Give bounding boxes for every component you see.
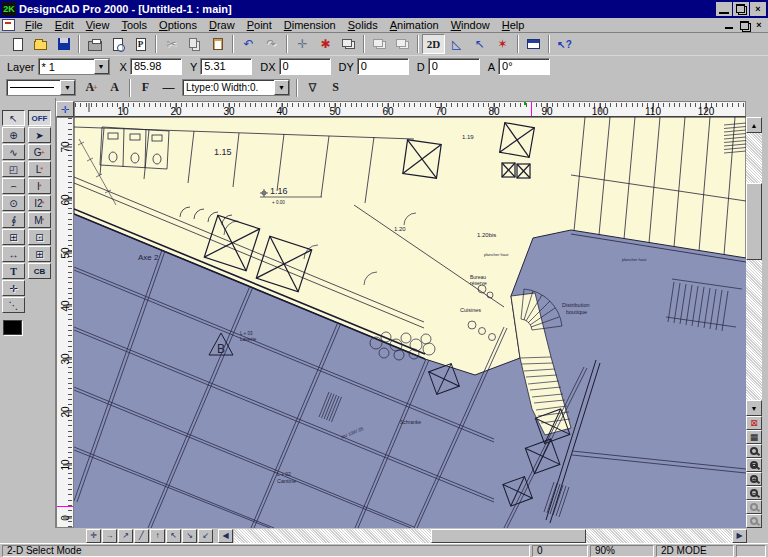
undo-button[interactable]: ↶ bbox=[237, 34, 260, 54]
menu-solids[interactable]: Solids bbox=[342, 18, 384, 32]
zoom-previous-button[interactable] bbox=[746, 500, 762, 514]
hatch-style-button[interactable]: ∇ bbox=[301, 78, 324, 98]
pan-up-button[interactable]: ↑ bbox=[150, 529, 165, 543]
set-square-button[interactable]: ◺ bbox=[445, 34, 468, 54]
redo-button[interactable]: ↷ bbox=[260, 34, 283, 54]
info-box-button[interactable] bbox=[522, 34, 545, 54]
zoom-out-button[interactable]: − bbox=[746, 486, 762, 500]
menu-options[interactable]: Options bbox=[153, 18, 203, 32]
scroll-left-button[interactable]: ◀ bbox=[218, 529, 233, 543]
hatch-tool-button[interactable]: ⋱ bbox=[2, 297, 25, 313]
context-help-button[interactable]: ↖? bbox=[553, 34, 576, 54]
pan-diagonal-button[interactable]: ╱ bbox=[134, 529, 149, 543]
snap-cursor-button[interactable]: ➤ bbox=[28, 127, 51, 143]
pan-down-left-button[interactable]: ↙ bbox=[198, 529, 213, 543]
child-close-button[interactable]: × bbox=[752, 19, 766, 31]
color-swatch[interactable] bbox=[3, 320, 22, 335]
chevron-down-icon[interactable]: ▼ bbox=[274, 80, 289, 95]
layer-manager-button[interactable] bbox=[337, 34, 360, 54]
move-point-button[interactable]: ✛ bbox=[291, 34, 314, 54]
pan-center-button[interactable]: ✛ bbox=[86, 529, 101, 543]
ltype-combo[interactable]: Ltype:0 Width:0. ▼ bbox=[182, 79, 290, 96]
menu-file[interactable]: File bbox=[19, 18, 49, 32]
menu-window[interactable]: Window bbox=[445, 18, 496, 32]
page-setup-button[interactable]: P bbox=[129, 34, 152, 54]
new-button[interactable] bbox=[6, 34, 29, 54]
scroll-down-button[interactable]: ▼ bbox=[746, 400, 762, 416]
intersect2-snap-button[interactable]: I2* bbox=[28, 195, 51, 211]
vertical-scroll-thumb[interactable] bbox=[746, 183, 762, 260]
font-button[interactable]: F bbox=[134, 78, 157, 98]
style-button[interactable]: S bbox=[324, 78, 347, 98]
dimension-tool-button[interactable]: ↔ bbox=[2, 246, 25, 262]
snap-grid-button[interactable]: ⊞ bbox=[28, 246, 51, 262]
text-tool-button[interactable]: T bbox=[2, 263, 25, 279]
select-tool-button[interactable]: ↖ bbox=[2, 110, 25, 126]
set-point-button[interactable]: ✱ bbox=[314, 34, 337, 54]
cb-snap-button[interactable]: CB bbox=[28, 263, 51, 279]
point-select-tool-button[interactable]: ⊕ bbox=[2, 127, 25, 143]
print-button[interactable] bbox=[83, 34, 106, 54]
horizontal-scroll-thumb[interactable] bbox=[431, 529, 586, 543]
midpoint-snap-button[interactable]: M* bbox=[28, 212, 51, 228]
y-input[interactable]: 5.31 bbox=[200, 58, 252, 75]
child-restore-button[interactable] bbox=[737, 19, 751, 31]
point-tool-button[interactable]: ✛ bbox=[2, 280, 25, 296]
zoom-tool-button[interactable] bbox=[746, 444, 762, 458]
zoom-window-button[interactable] bbox=[746, 458, 762, 472]
close-button[interactable]: × bbox=[750, 2, 766, 16]
pan-up-left-button[interactable]: ↖ bbox=[166, 529, 181, 543]
title-bar[interactable]: 2K DesignCAD Pro 2000 - [Untitled-1 : ma… bbox=[0, 0, 768, 18]
chevron-down-icon[interactable]: ▼ bbox=[94, 59, 109, 74]
grid-toggle-button[interactable]: ▦ bbox=[746, 430, 762, 444]
zoom-in-button[interactable]: + bbox=[746, 472, 762, 486]
cut-button[interactable]: ✂ bbox=[160, 34, 183, 54]
d-input[interactable]: 0 bbox=[428, 58, 480, 75]
paste-button[interactable] bbox=[206, 34, 229, 54]
selection-points-button[interactable]: ✶ bbox=[491, 34, 514, 54]
a-input[interactable]: 0° bbox=[498, 58, 550, 75]
close-view-button[interactable]: ⊠ bbox=[746, 416, 762, 430]
intersect-snap-button[interactable]: I* bbox=[28, 178, 51, 194]
cascade-button[interactable] bbox=[368, 34, 391, 54]
line-style-combo[interactable]: ▼ bbox=[6, 79, 76, 96]
zoom-next-button[interactable] bbox=[746, 514, 762, 528]
menu-dimension[interactable]: Dimension bbox=[278, 18, 342, 32]
menu-draw[interactable]: Draw bbox=[203, 18, 241, 32]
circle-tool-button[interactable]: ⊙ bbox=[2, 195, 25, 211]
menu-animation[interactable]: Animation bbox=[384, 18, 445, 32]
child-minimize-button[interactable] bbox=[722, 19, 736, 31]
pan-right-button[interactable]: → bbox=[102, 529, 117, 543]
pan-down-right-button[interactable]: ↘ bbox=[182, 529, 197, 543]
font-size-down-button[interactable]: A bbox=[103, 78, 126, 98]
horizontal-scroll-track[interactable] bbox=[234, 529, 732, 543]
vertical-scroll-track[interactable] bbox=[746, 133, 762, 400]
chevron-down-icon[interactable]: ▼ bbox=[60, 80, 75, 95]
scroll-right-button[interactable]: ▶ bbox=[732, 529, 747, 543]
curve-tool-button[interactable]: ∮ bbox=[2, 212, 25, 228]
menu-tools[interactable]: Tools bbox=[115, 18, 153, 32]
tile-button[interactable] bbox=[391, 34, 414, 54]
restore-button[interactable] bbox=[733, 2, 749, 16]
font-size-up-button[interactable]: A+ bbox=[80, 78, 103, 98]
box-tool-button[interactable]: ◰ bbox=[2, 161, 25, 177]
line-width-button[interactable]: — bbox=[157, 78, 180, 98]
menu-help[interactable]: Help bbox=[496, 18, 531, 32]
duplicate-tool-button[interactable]: ⊞ bbox=[2, 229, 25, 245]
line-snap-button[interactable]: L* bbox=[28, 161, 51, 177]
snap-off-button[interactable]: OFF bbox=[28, 110, 51, 126]
pan-up-right-button[interactable]: ↗ bbox=[118, 529, 133, 543]
ruler-origin-button[interactable]: ✛ bbox=[56, 101, 74, 117]
save-button[interactable] bbox=[52, 34, 75, 54]
scroll-up-button[interactable]: ▲ bbox=[746, 117, 762, 133]
drawing-canvas[interactable]: 1.15 1.16 + 0.00 1.19 1.20 1.20bis Axe 2… bbox=[74, 117, 746, 528]
menu-view[interactable]: View bbox=[80, 18, 116, 32]
select-cursor-button[interactable]: ↖ bbox=[468, 34, 491, 54]
dx-input[interactable]: 0 bbox=[279, 58, 331, 75]
minimize-button[interactable] bbox=[716, 2, 732, 16]
gravity-snap-button[interactable]: G+ bbox=[28, 144, 51, 160]
open-button[interactable] bbox=[29, 34, 52, 54]
arc-tool-button[interactable]: ⌢ bbox=[2, 178, 25, 194]
mode-2d-button[interactable]: 2D bbox=[422, 34, 445, 54]
app-icon[interactable]: 2K bbox=[2, 2, 16, 16]
